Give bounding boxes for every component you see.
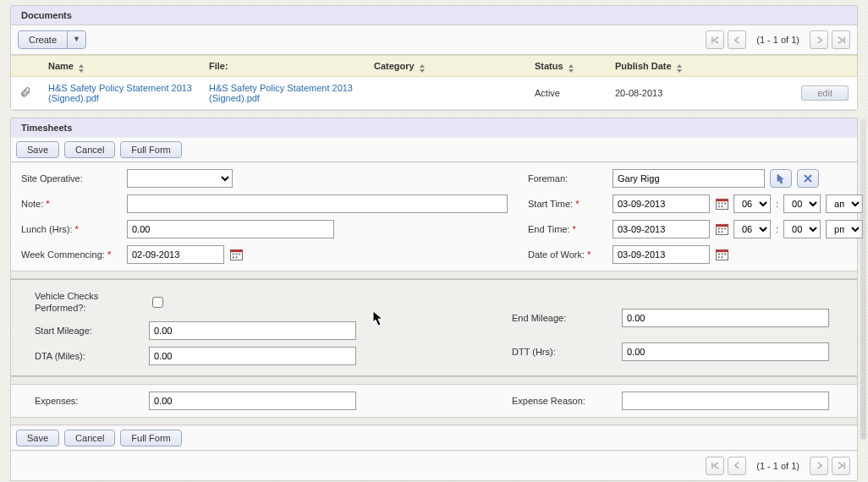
documents-toolbar: Create ▼ (1 - 1 of 1) bbox=[11, 25, 857, 55]
svg-rect-23 bbox=[717, 254, 719, 255]
time-sep: : bbox=[776, 224, 778, 234]
table-row[interactable]: H&S Safety Policy Statement 2013 (Signed… bbox=[11, 77, 857, 110]
start-mileage-input[interactable] bbox=[149, 321, 356, 340]
svg-rect-11 bbox=[724, 203, 726, 205]
vehicle-checks-label: Vehicle Checks Performed?: bbox=[35, 290, 140, 315]
end-ampm-select[interactable]: pm bbox=[826, 220, 863, 238]
doc-status: Active bbox=[526, 77, 607, 110]
pager-next-button[interactable] bbox=[810, 30, 828, 49]
svg-rect-17 bbox=[721, 228, 722, 230]
col-file[interactable]: File: bbox=[201, 56, 365, 77]
calendar-icon[interactable] bbox=[715, 249, 728, 261]
create-button[interactable]: Create ▼ bbox=[18, 30, 86, 49]
col-category[interactable]: Category bbox=[365, 56, 526, 77]
documents-table: Name File: Category Status Publish Date … bbox=[11, 55, 857, 110]
expense-reason-label: Expense Reason: bbox=[512, 396, 613, 406]
save-button[interactable]: Save bbox=[16, 430, 59, 446]
time-sep: : bbox=[776, 199, 778, 209]
timesheets-section-header[interactable]: Timesheets bbox=[10, 118, 858, 137]
foreman-input[interactable] bbox=[613, 169, 765, 188]
documents-pager: (1 - 1 of 1) bbox=[706, 30, 850, 49]
start-ampm-select[interactable]: am bbox=[826, 194, 863, 213]
date-of-work-label: Date of Work: * bbox=[528, 249, 604, 260]
dtt-label: DTT (Hrs): bbox=[512, 347, 613, 357]
start-date-input[interactable] bbox=[613, 194, 710, 213]
dtt-input[interactable] bbox=[622, 342, 829, 361]
pager-next-button[interactable] bbox=[810, 457, 828, 475]
doc-publish: 20-08-2013 bbox=[607, 77, 793, 110]
clear-icon-button[interactable] bbox=[797, 169, 819, 188]
cancel-button[interactable]: Cancel bbox=[64, 141, 115, 158]
svg-rect-3 bbox=[235, 254, 237, 255]
note-input[interactable] bbox=[127, 194, 508, 213]
site-operative-select[interactable] bbox=[127, 169, 233, 188]
pager-prev-button[interactable] bbox=[728, 457, 746, 475]
svg-rect-22 bbox=[716, 249, 728, 252]
timesheets-bottom-pager-row: (1 - 1 of 1) bbox=[11, 451, 857, 480]
full-form-button[interactable]: Full Form bbox=[120, 430, 181, 446]
svg-rect-5 bbox=[232, 256, 233, 258]
calendar-icon[interactable] bbox=[229, 249, 243, 261]
pager-first-button[interactable] bbox=[706, 30, 724, 49]
pager-info: (1 - 1 of 1) bbox=[750, 35, 806, 45]
lunch-input[interactable] bbox=[127, 220, 334, 238]
svg-rect-9 bbox=[717, 203, 719, 205]
chevron-down-icon[interactable]: ▼ bbox=[68, 31, 85, 48]
expenses-input[interactable] bbox=[149, 392, 356, 410]
full-form-button[interactable]: Full Form bbox=[120, 141, 181, 158]
pager-last-button[interactable] bbox=[832, 30, 850, 49]
end-date-input[interactable] bbox=[613, 220, 710, 238]
svg-rect-8 bbox=[716, 199, 728, 201]
dta-input[interactable] bbox=[149, 347, 356, 365]
cancel-button[interactable]: Cancel bbox=[64, 430, 115, 446]
svg-rect-6 bbox=[235, 256, 237, 258]
note-label: Note: * bbox=[21, 199, 118, 209]
svg-rect-27 bbox=[721, 256, 722, 258]
doc-file-link[interactable]: H&S Safety Policy Statement 2013 (Signed… bbox=[209, 83, 353, 103]
svg-rect-19 bbox=[717, 231, 719, 233]
lunch-label: Lunch (Hrs): * bbox=[21, 224, 118, 234]
calendar-icon[interactable] bbox=[715, 198, 728, 211]
svg-rect-12 bbox=[717, 205, 719, 207]
end-min-select[interactable]: 00 bbox=[783, 220, 821, 238]
timesheets-toolbar-bottom: Save Cancel Full Form bbox=[11, 425, 857, 451]
svg-rect-26 bbox=[717, 256, 719, 258]
edit-button[interactable]: edit bbox=[801, 85, 849, 101]
svg-rect-20 bbox=[721, 231, 722, 233]
documents-section-body: Create ▼ (1 - 1 of 1) Name File: Categor… bbox=[10, 25, 858, 111]
svg-rect-18 bbox=[724, 228, 726, 230]
attachment-icon bbox=[11, 77, 40, 110]
col-name[interactable]: Name bbox=[40, 56, 201, 77]
pager-last-button[interactable] bbox=[832, 457, 850, 475]
vehicle-checks-checkbox[interactable] bbox=[152, 297, 163, 308]
dta-label: DTA (Miles): bbox=[35, 351, 140, 361]
start-hour-select[interactable]: 06 bbox=[733, 194, 771, 213]
site-operative-label: Site Operative: bbox=[21, 173, 118, 183]
save-button[interactable]: Save bbox=[16, 141, 59, 158]
documents-section-header[interactable]: Documents bbox=[10, 5, 858, 25]
pointer-icon-button[interactable] bbox=[770, 169, 792, 188]
end-mileage-label: End Mileage: bbox=[512, 313, 613, 323]
svg-rect-15 bbox=[716, 224, 728, 227]
start-min-select[interactable]: 00 bbox=[783, 194, 821, 213]
svg-rect-4 bbox=[239, 254, 240, 255]
expense-reason-input[interactable] bbox=[622, 392, 829, 410]
doc-name-link[interactable]: H&S Safety Policy Statement 2013 (Signed… bbox=[48, 83, 192, 103]
svg-rect-25 bbox=[724, 254, 726, 255]
week-input[interactable] bbox=[127, 245, 224, 264]
pager-first-button[interactable] bbox=[706, 457, 724, 475]
pager-prev-button[interactable] bbox=[728, 30, 746, 49]
col-publish[interactable]: Publish Date bbox=[607, 56, 793, 77]
scrollbar[interactable] bbox=[860, 118, 866, 440]
end-time-label: End Time: * bbox=[528, 224, 604, 234]
svg-rect-2 bbox=[232, 254, 233, 255]
end-hour-select[interactable]: 06 bbox=[733, 220, 771, 238]
end-mileage-input[interactable] bbox=[622, 309, 829, 327]
calendar-icon[interactable] bbox=[715, 223, 728, 236]
date-of-work-input[interactable] bbox=[613, 245, 710, 264]
svg-rect-1 bbox=[230, 249, 242, 252]
expenses-label: Expenses: bbox=[35, 396, 140, 406]
svg-rect-24 bbox=[721, 254, 722, 255]
col-status[interactable]: Status bbox=[526, 56, 607, 77]
pager-info: (1 - 1 of 1) bbox=[750, 461, 806, 471]
